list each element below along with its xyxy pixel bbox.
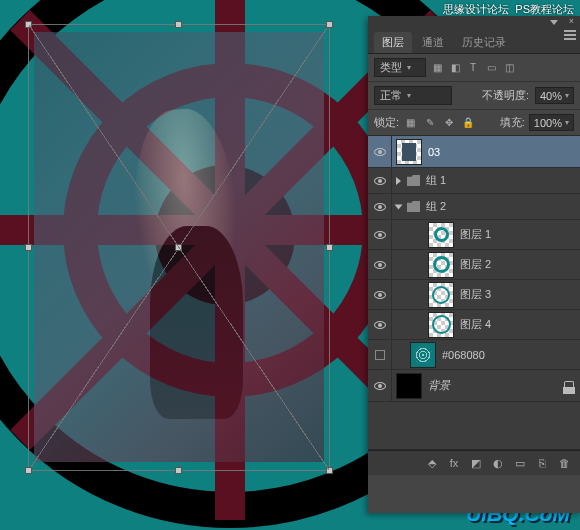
layer-mask-icon[interactable]: ◩ bbox=[468, 456, 484, 470]
placed-image[interactable] bbox=[34, 32, 324, 462]
lock-position-icon[interactable]: ✥ bbox=[441, 116, 456, 130]
layer-thumbnail[interactable] bbox=[428, 282, 454, 308]
layer-name[interactable]: 图层 3 bbox=[460, 287, 491, 302]
filter-icon-shape[interactable]: ▭ bbox=[484, 61, 498, 75]
lock-transparency-icon[interactable]: ▦ bbox=[403, 116, 418, 130]
layers-panel: × 图层 通道 历史记录 类型▾ ▦ ◧ T ▭ ◫ 正常▾ 不透明度: 40%… bbox=[368, 16, 580, 513]
layer-name[interactable]: 图层 4 bbox=[460, 317, 491, 332]
layer-style-icon[interactable]: fx bbox=[446, 456, 462, 470]
lock-all-icon[interactable]: 🔒 bbox=[460, 116, 475, 130]
layer-4[interactable]: 图层 4 bbox=[368, 310, 580, 340]
layer-color[interactable]: #068080 bbox=[368, 340, 580, 370]
panel-menu-icon[interactable] bbox=[564, 30, 576, 40]
lock-pixels-icon[interactable]: ✎ bbox=[422, 116, 437, 130]
blend-mode-dropdown[interactable]: 正常▾ bbox=[374, 86, 452, 105]
visibility-toggle[interactable] bbox=[368, 136, 392, 167]
disclosure-icon[interactable] bbox=[396, 177, 401, 185]
fill-field[interactable]: 100%▾ bbox=[529, 114, 574, 131]
panel-titlebar[interactable]: × bbox=[368, 16, 580, 28]
layer-name[interactable]: 图层 1 bbox=[460, 227, 491, 242]
layer-thumbnail[interactable] bbox=[428, 252, 454, 278]
visibility-toggle[interactable] bbox=[368, 220, 392, 249]
disclosure-icon[interactable] bbox=[395, 204, 403, 209]
layer-03[interactable]: 03 bbox=[368, 136, 580, 168]
filter-icon-smart[interactable]: ◫ bbox=[502, 61, 516, 75]
filter-icon-adjust[interactable]: ◧ bbox=[448, 61, 462, 75]
link-layers-icon[interactable]: ⬘ bbox=[424, 456, 440, 470]
folder-icon bbox=[407, 175, 420, 186]
delete-layer-icon[interactable]: 🗑 bbox=[556, 456, 572, 470]
visibility-toggle[interactable] bbox=[368, 310, 392, 339]
layer-name[interactable]: 组 2 bbox=[426, 199, 446, 214]
filter-icon-image[interactable]: ▦ bbox=[430, 61, 444, 75]
new-group-icon[interactable]: ▭ bbox=[512, 456, 528, 470]
folder-icon bbox=[407, 201, 420, 212]
layer-1[interactable]: 图层 1 bbox=[368, 220, 580, 250]
panel-footer: ⬘ fx ◩ ◐ ▭ ⎘ 🗑 bbox=[368, 450, 580, 475]
filter-icon-text[interactable]: T bbox=[466, 61, 480, 75]
layers-list: 03 组 1 组 2 bbox=[368, 136, 580, 450]
layer-background[interactable]: 背景 bbox=[368, 370, 580, 402]
visibility-toggle[interactable] bbox=[368, 194, 392, 219]
panel-tabs: 图层 通道 历史记录 bbox=[368, 28, 580, 54]
filter-row: 类型▾ ▦ ◧ T ▭ ◫ bbox=[368, 54, 580, 82]
opacity-field[interactable]: 40%▾ bbox=[535, 87, 574, 104]
layer-name[interactable]: 03 bbox=[428, 146, 440, 158]
layer-3[interactable]: 图层 3 bbox=[368, 280, 580, 310]
visibility-toggle[interactable] bbox=[368, 280, 392, 309]
filter-kind-dropdown[interactable]: 类型▾ bbox=[374, 58, 426, 77]
lock-icon bbox=[564, 381, 574, 391]
blend-row: 正常▾ 不透明度: 40%▾ bbox=[368, 82, 580, 110]
opacity-label: 不透明度: bbox=[482, 88, 529, 103]
tab-history[interactable]: 历史记录 bbox=[454, 32, 514, 53]
layer-group-1[interactable]: 组 1 bbox=[368, 168, 580, 194]
fill-label: 填充: bbox=[500, 115, 525, 130]
layer-thumbnail[interactable] bbox=[428, 312, 454, 338]
lock-label: 锁定: bbox=[374, 115, 399, 130]
adjustment-layer-icon[interactable]: ◐ bbox=[490, 456, 506, 470]
layer-thumbnail[interactable] bbox=[428, 222, 454, 248]
layer-2[interactable]: 图层 2 bbox=[368, 250, 580, 280]
visibility-toggle[interactable] bbox=[368, 168, 392, 193]
layer-name[interactable]: 图层 2 bbox=[460, 257, 491, 272]
visibility-toggle[interactable] bbox=[368, 340, 392, 369]
tab-layers[interactable]: 图层 bbox=[374, 32, 412, 53]
layer-thumbnail[interactable] bbox=[410, 342, 436, 368]
lock-row: 锁定: ▦ ✎ ✥ 🔒 填充: 100%▾ bbox=[368, 110, 580, 136]
layer-thumbnail[interactable] bbox=[396, 373, 422, 399]
layer-name[interactable]: #068080 bbox=[442, 349, 485, 361]
new-layer-icon[interactable]: ⎘ bbox=[534, 456, 550, 470]
layer-name[interactable]: 背景 bbox=[428, 378, 450, 393]
layer-thumbnail[interactable] bbox=[396, 139, 422, 165]
layer-name[interactable]: 组 1 bbox=[426, 173, 446, 188]
visibility-toggle[interactable] bbox=[368, 370, 392, 401]
visibility-toggle[interactable] bbox=[368, 250, 392, 279]
tab-channels[interactable]: 通道 bbox=[414, 32, 452, 53]
layer-group-2[interactable]: 组 2 bbox=[368, 194, 580, 220]
